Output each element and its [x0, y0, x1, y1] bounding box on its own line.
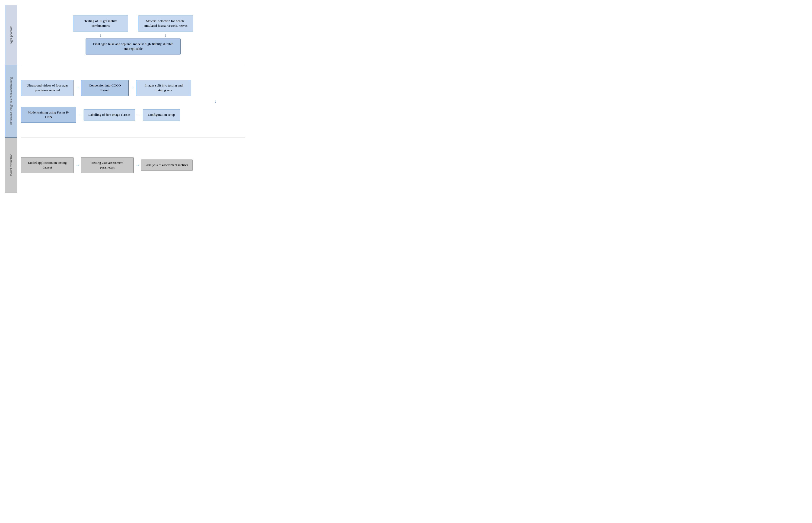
arrow-left-2: ←	[135, 112, 143, 118]
arrow-left-1: ←	[76, 112, 84, 118]
arrow-right-4: →	[134, 162, 141, 168]
main-content: Testing of 30 gel matrix combinations Ma…	[17, 5, 245, 193]
agar-arrow-left: ↓	[73, 32, 128, 38]
sidebar-agar-label: Agar phantom	[5, 5, 17, 65]
sidebar-model-label: Model evaluation	[5, 138, 17, 193]
agar-arrows: ↓ ↓	[21, 32, 245, 38]
agar-section: Testing of 30 gel matrix combinations Ma…	[21, 5, 245, 65]
ultrasound-section: Ultrasound videos of four agar phantoms …	[21, 65, 245, 138]
agar-arrow-right: ↓	[138, 32, 193, 38]
model-box1: Model application on testing dataset	[21, 157, 73, 173]
us-row2-box1: Model training using Faster R-CNN	[21, 107, 76, 123]
diagram: Agar phantom Ultrasound image selection …	[5, 5, 245, 193]
arrow-right-3: →	[73, 162, 81, 168]
arrow-down-container: ↓	[188, 98, 243, 105]
arrow-down-1: ↓	[100, 32, 102, 38]
arrow-right-2: →	[128, 85, 136, 90]
agar-box3: Final agar, husk and septanol models: hi…	[86, 38, 181, 54]
sidebar-labels: Agar phantom Ultrasound image selection …	[5, 5, 17, 193]
arrow-down-2: ↓	[165, 32, 167, 38]
agar-bottom-row: Final agar, husk and septanol models: hi…	[21, 38, 245, 54]
us-row2-box3: Configuration setup	[143, 109, 180, 121]
agar-top-row: Testing of 30 gel matrix combinations Ma…	[21, 16, 245, 32]
between-row-arrow: ↓	[21, 98, 245, 105]
us-row2-box2: Labelling of five image classes	[84, 109, 135, 121]
us-row-2: Model training using Faster R-CNN ← Labe…	[21, 105, 245, 125]
agar-box2: Material selection for needle, simulated…	[138, 16, 193, 32]
arrow-down-3: ↓	[214, 98, 217, 105]
us-row1-box3: Images split into testing and training s…	[136, 80, 191, 96]
us-row1-box2: Conversion into COCO format	[81, 80, 128, 96]
arrow-right-1: →	[73, 85, 81, 90]
agar-box1: Testing of 30 gel matrix combinations	[73, 16, 128, 32]
model-row: Model application on testing dataset → S…	[21, 155, 245, 175]
us-row-1: Ultrasound videos of four agar phantoms …	[21, 78, 245, 98]
model-box3: Analysis of assessment metrics	[141, 160, 193, 171]
sidebar-ultrasound-label: Ultrasound image selection and training	[5, 65, 17, 138]
us-row1-box1: Ultrasound videos of four agar phantoms …	[21, 80, 73, 96]
model-box2: Setting user assessment parameters	[81, 157, 134, 173]
model-section: Model application on testing dataset → S…	[21, 138, 245, 193]
